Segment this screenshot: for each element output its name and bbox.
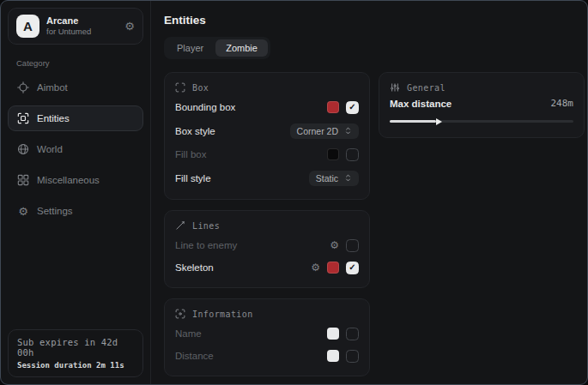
- lines-card-header: Lines: [175, 220, 359, 231]
- entity-scan-icon: [17, 112, 29, 124]
- line-icon: [175, 220, 185, 231]
- tab-zombie[interactable]: Zombie: [215, 39, 268, 57]
- chevron-up-down-icon: [344, 126, 352, 135]
- general-card-header: General: [390, 82, 573, 93]
- color-swatch[interactable]: [327, 148, 339, 160]
- card-title: General: [407, 83, 446, 93]
- globe-icon: [17, 143, 29, 155]
- lines-card: Lines Line to enemy ⚙ Skeleton ⚙: [164, 210, 370, 288]
- row-label: Max distance: [390, 99, 452, 109]
- row-label: Box style: [175, 126, 215, 136]
- sidebar-item-settings[interactable]: ⚙ Settings: [8, 198, 143, 224]
- grid-icon: [17, 174, 29, 186]
- sidebar: A Arcane for Untumed ⚙ Category Aimbot E…: [1, 1, 151, 384]
- sidebar-item-entities[interactable]: Entities: [8, 105, 143, 131]
- general-card: General Max distance 248m: [379, 72, 585, 138]
- slider-thumb[interactable]: [436, 118, 442, 125]
- color-swatch[interactable]: [327, 101, 339, 113]
- sidebar-item-label: Aimbot: [37, 82, 68, 93]
- session-duration-text: Session duration 2m 11s: [17, 361, 134, 370]
- sidebar-item-world[interactable]: World: [8, 136, 143, 162]
- row-box-style: Box style Corner 2D: [175, 118, 359, 143]
- row-line-to-enemy: Line to enemy ⚙: [175, 234, 359, 256]
- line-to-enemy-checkbox[interactable]: [346, 239, 359, 252]
- card-title: Lines: [192, 221, 220, 231]
- tab-player[interactable]: Player: [167, 39, 214, 57]
- row-name: Name: [175, 322, 359, 345]
- fill-box-checkbox[interactable]: [346, 148, 359, 161]
- row-label: Skeleton: [175, 262, 214, 273]
- sidebar-item-label: Entities: [37, 113, 70, 123]
- box-style-dropdown[interactable]: Corner 2D: [290, 123, 359, 139]
- sidebar-item-label: Settings: [37, 206, 73, 216]
- slider-fill: [390, 120, 436, 123]
- color-swatch[interactable]: [327, 350, 339, 362]
- distance-checkbox[interactable]: [346, 350, 359, 363]
- app-window: A Arcane for Untumed ⚙ Category Aimbot E…: [0, 0, 588, 385]
- settings-gear-icon[interactable]: ⚙: [124, 21, 135, 32]
- sliders-icon: [390, 82, 400, 93]
- subscription-card: Sub expires in 42d 00h Session duration …: [8, 329, 143, 377]
- fill-style-dropdown[interactable]: Static: [309, 171, 359, 186]
- max-distance-slider[interactable]: [390, 117, 573, 125]
- card-title: Box: [192, 83, 209, 93]
- row-label: Distance: [175, 351, 214, 361]
- sidebar-item-aimbot[interactable]: Aimbot: [8, 75, 143, 100]
- information-card-header: Information: [175, 309, 359, 319]
- brand-text: Arcane for Untumed: [46, 15, 91, 38]
- sidebar-nav: Aimbot Entities World Miscellaneous: [8, 75, 143, 224]
- row-label: Bounding box: [175, 102, 235, 112]
- brand-card: A Arcane for Untumed ⚙: [8, 8, 143, 45]
- max-distance-value: 248m: [551, 98, 574, 109]
- category-label: Category: [16, 58, 143, 68]
- row-max-distance: Max distance 248m: [390, 98, 573, 109]
- color-swatch[interactable]: [327, 262, 339, 274]
- brand-name: Arcane: [46, 15, 91, 27]
- row-label: Fill style: [175, 173, 211, 183]
- crosshair-icon: [17, 81, 29, 93]
- row-fill-style: Fill style Static: [175, 165, 359, 190]
- row-skeleton: Skeleton ⚙: [175, 256, 359, 279]
- sidebar-spacer: [8, 224, 143, 329]
- card-title: Information: [192, 310, 253, 319]
- left-column: Box Bounding box Box style Corne: [164, 72, 370, 376]
- sidebar-item-miscellaneous[interactable]: Miscellaneous: [8, 167, 143, 193]
- gear-icon[interactable]: ⚙: [330, 240, 339, 250]
- row-fill-box: Fill box: [175, 143, 359, 165]
- content-area: Box Bounding box Box style Corne: [164, 72, 585, 376]
- sub-expiry-text: Sub expires in 42d 00h: [17, 337, 134, 358]
- gear-icon[interactable]: ⚙: [311, 262, 320, 273]
- box-icon: [175, 82, 185, 93]
- dropdown-value: Static: [316, 173, 338, 183]
- dropdown-value: Corner 2D: [297, 126, 338, 136]
- chevron-up-down-icon: [344, 173, 352, 183]
- brand-logo: A: [16, 15, 39, 38]
- sidebar-item-label: World: [37, 144, 63, 154]
- row-label: Name: [175, 328, 202, 339]
- box-card-header: Box: [175, 82, 359, 93]
- sidebar-item-label: Miscellaneous: [37, 175, 100, 185]
- gear-icon: ⚙: [17, 205, 29, 217]
- name-checkbox[interactable]: [346, 328, 359, 340]
- bounding-box-checkbox[interactable]: [346, 101, 359, 114]
- page-title: Entities: [164, 14, 585, 27]
- row-distance: Distance: [175, 345, 359, 367]
- main-panel: Entities Player Zombie Box Bounding box: [151, 1, 588, 384]
- row-label: Fill box: [175, 149, 206, 159]
- skeleton-checkbox[interactable]: [346, 262, 359, 274]
- information-card: Information Name Distance: [164, 298, 370, 376]
- brand-subtitle: for Untumed: [46, 27, 91, 37]
- row-bounding-box: Bounding box: [175, 96, 359, 118]
- box-card: Box Bounding box Box style Corne: [164, 72, 370, 200]
- tab-bar: Player Zombie: [164, 37, 270, 59]
- right-column: General Max distance 248m: [379, 72, 585, 138]
- color-swatch[interactable]: [327, 328, 339, 340]
- row-label: Line to enemy: [175, 240, 237, 250]
- info-scan-icon: [175, 309, 185, 319]
